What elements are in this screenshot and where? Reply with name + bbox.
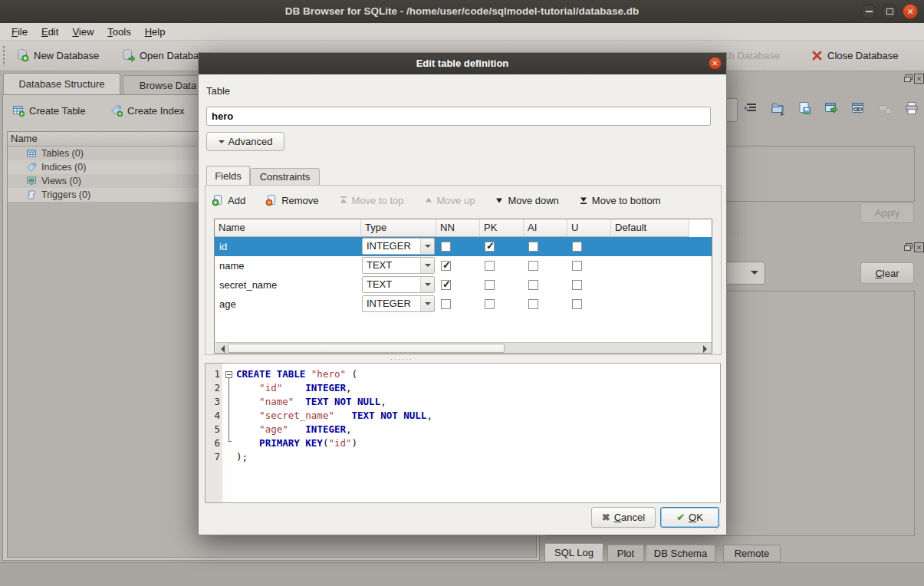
column-header-type[interactable]: Type [361, 219, 436, 237]
menu-view[interactable]: View [65, 23, 100, 41]
minimize-button[interactable] [861, 4, 876, 19]
action-label: Add [228, 195, 245, 206]
scroll-right-icon[interactable] [703, 345, 711, 353]
u-checkbox[interactable] [572, 242, 582, 252]
text-format-icon[interactable] [742, 97, 759, 119]
apply-button[interactable]: Apply [860, 202, 914, 223]
sql-preview[interactable]: 1234567 CREATE TABLE "hero" ( "id" INTEG… [205, 363, 721, 503]
ai-checkbox[interactable] [528, 280, 538, 290]
bottom-tab-label: DB Schema [654, 548, 707, 559]
log-dock-float-button[interactable] [903, 242, 913, 252]
new-database-button[interactable]: New Database [11, 44, 104, 67]
dialog-splitter-handle[interactable]: ······ [390, 357, 413, 361]
column-header-default[interactable]: Default [611, 219, 689, 237]
menu-file[interactable]: File [5, 23, 35, 41]
open-in-window-icon[interactable] [823, 97, 840, 119]
field-row-id[interactable]: idINTEGER [215, 237, 712, 256]
toolbar-handle[interactable] [2, 45, 6, 66]
field-row-name[interactable]: nameTEXT [215, 256, 712, 275]
fold-marker-icon[interactable] [225, 371, 232, 378]
dialog-resize-grip[interactable]: ⋰ [714, 525, 722, 530]
set-null-icon[interactable] [876, 97, 893, 119]
column-header-name[interactable]: Name [215, 219, 361, 237]
field-type-combobox[interactable]: TEXT [362, 257, 435, 274]
column-header-nn[interactable]: NN [436, 219, 480, 237]
close-database-button[interactable]: Close Database [807, 44, 903, 67]
trigger-icon [26, 189, 37, 200]
move-to-top-button[interactable]: Move to top [339, 195, 404, 206]
ai-checkbox[interactable] [528, 242, 538, 252]
scroll-left-icon[interactable] [217, 345, 225, 353]
tab-fields[interactable]: Fields [206, 166, 250, 186]
advanced-toggle-button[interactable]: Advanced [206, 132, 284, 151]
nn-checkbox[interactable] [441, 299, 451, 309]
menu-edit[interactable]: Edit [35, 23, 65, 41]
pk-checkbox[interactable] [485, 261, 495, 271]
fold-guide-line [229, 378, 229, 441]
nn-checkbox[interactable] [441, 242, 451, 252]
close-window-button[interactable]: ✕ [903, 4, 918, 19]
clear-label: Clear [875, 268, 899, 279]
log-dock-close-button[interactable]: ✕ [914, 242, 924, 252]
column-header-pk[interactable]: PK [480, 219, 524, 237]
bottom-tab-db-schema[interactable]: DB Schema [646, 545, 715, 562]
export-file-icon[interactable] [796, 97, 813, 119]
line-number: 7 [206, 451, 220, 463]
move-down-button[interactable]: Move down [495, 195, 558, 206]
maximize-button[interactable] [882, 4, 897, 19]
column-header-u[interactable]: U [567, 219, 611, 237]
remove-button[interactable]: Remove [265, 194, 318, 206]
cell-dock-float-button[interactable] [903, 74, 913, 84]
move-to-bottom-button[interactable]: Move to bottom [579, 195, 661, 206]
pk-checkbox[interactable] [485, 299, 495, 309]
clear-log-button[interactable]: Clear [860, 262, 914, 284]
link-data-icon[interactable] [850, 97, 866, 119]
column-header-ai[interactable]: AI [524, 219, 567, 237]
ok-icon: ✔ [676, 512, 685, 523]
field-type-combobox[interactable]: INTEGER [362, 238, 435, 255]
chevron-down-icon [420, 277, 434, 292]
create-table-button[interactable]: Create Table [12, 104, 85, 117]
ai-checkbox[interactable] [528, 299, 538, 309]
scrollbar-thumb[interactable] [228, 344, 505, 353]
action-label: Move to bottom [592, 195, 661, 206]
pk-checkbox[interactable] [485, 280, 495, 290]
pk-checkbox[interactable] [485, 242, 495, 252]
move-up-button[interactable]: Move up [424, 195, 475, 206]
field-type-combobox[interactable]: INTEGER [362, 295, 435, 312]
field-type-combobox[interactable]: TEXT [362, 276, 435, 293]
bottom-tab-plot[interactable]: Plot [607, 545, 644, 562]
u-checkbox[interactable] [572, 299, 582, 309]
ai-checkbox[interactable] [528, 261, 538, 271]
fields-horizontal-scrollbar[interactable] [215, 342, 712, 354]
tab-constraints[interactable]: Constraints [250, 168, 320, 186]
nn-checkbox[interactable] [441, 261, 451, 271]
tree-item-label: Indices (0) [41, 162, 86, 173]
cell-dock-close-button[interactable]: ✕ [914, 74, 924, 84]
nn-checkbox[interactable] [441, 280, 451, 290]
field-row-secret_name[interactable]: secret_nameTEXT [215, 275, 712, 295]
u-checkbox[interactable] [572, 261, 582, 271]
add-button[interactable]: Add [212, 194, 245, 206]
print-icon[interactable] [903, 97, 920, 119]
field-name: age [215, 295, 361, 314]
ok-label: OK [689, 512, 703, 523]
menubar: FileEditViewToolsHelp [0, 23, 924, 41]
create-index-button[interactable]: Create Index [110, 104, 184, 117]
dialog-close-button[interactable]: ✕ [709, 57, 722, 70]
import-file-icon[interactable] [769, 97, 786, 119]
bottom-tab-remote[interactable]: Remote [723, 545, 781, 562]
tab-database-structure[interactable]: Database Structure [3, 73, 120, 95]
menu-tools[interactable]: Tools [100, 23, 137, 41]
line-number: 2 [206, 382, 220, 393]
menu-help[interactable]: Help [138, 23, 173, 41]
sql-code-line: "id" INTEGER, [236, 382, 352, 393]
ok-button[interactable]: ✔ OK [660, 507, 719, 528]
cancel-button[interactable]: ✖ Cancel [591, 507, 656, 528]
table-name-input[interactable] [206, 107, 711, 126]
field-row-age[interactable]: ageINTEGER [215, 295, 712, 314]
bottom-tab-label: SQL Log [554, 547, 594, 558]
bottom-tab-sql-log[interactable]: SQL Log [544, 543, 603, 562]
fields-tab-panel: AddRemoveMove to topMove upMove downMove… [205, 185, 722, 355]
u-checkbox[interactable] [572, 280, 582, 290]
